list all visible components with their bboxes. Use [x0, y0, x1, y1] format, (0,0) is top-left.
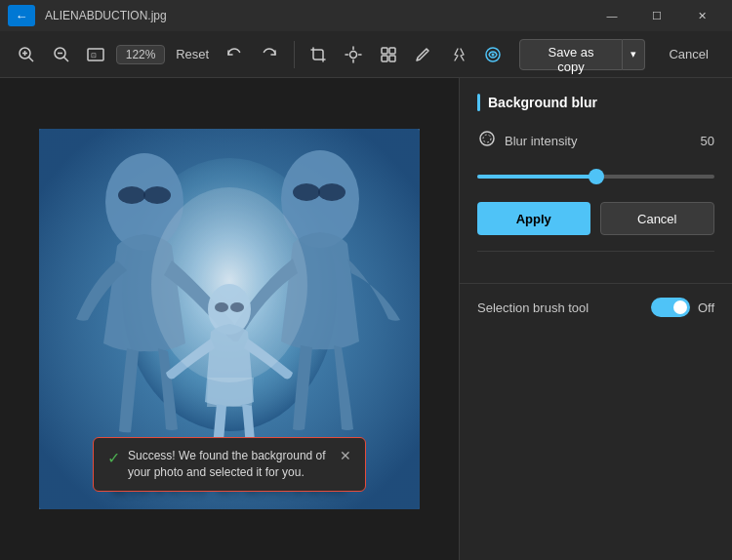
crop-button[interactable] — [305, 40, 334, 69]
brightness-button[interactable] — [339, 40, 368, 69]
toast-close-button[interactable]: ✕ — [340, 448, 351, 463]
svg-point-9 — [350, 51, 357, 58]
svg-point-24 — [118, 186, 145, 204]
undo-button[interactable] — [220, 40, 249, 69]
svg-point-25 — [143, 186, 171, 204]
redo-button[interactable] — [255, 40, 284, 69]
reset-button[interactable]: Reset — [171, 40, 214, 69]
save-dropdown-button[interactable]: ▾ — [623, 39, 645, 70]
selection-brush-toggle[interactable]: Off — [651, 298, 714, 317]
window-title: ALIENABDUCTION.jpg — [45, 9, 590, 22]
right-panel: Background blur Blur intensity 50 — [459, 78, 732, 560]
minimize-button[interactable]: — — [590, 0, 634, 31]
blur-intensity-label: Blur intensity — [505, 134, 683, 148]
toggle-track[interactable] — [651, 298, 690, 317]
slider-thumb[interactable] — [589, 169, 604, 184]
success-icon: ✓ — [107, 449, 120, 467]
svg-line-5 — [63, 57, 68, 61]
filter-button[interactable] — [374, 40, 403, 69]
svg-point-27 — [293, 183, 320, 201]
svg-point-19 — [491, 53, 494, 56]
zoom-level-display: 122% — [116, 45, 165, 64]
svg-text:⊡: ⊡ — [91, 52, 97, 59]
blur-intensity-value: 50 — [691, 134, 714, 148]
back-button[interactable]: ← — [8, 5, 35, 26]
back-icon: ← — [16, 9, 28, 23]
slider-track — [477, 175, 714, 179]
adjust-button[interactable] — [443, 40, 472, 69]
svg-rect-15 — [389, 48, 395, 54]
svg-point-32 — [151, 187, 307, 382]
maximize-button[interactable]: ☐ — [634, 0, 679, 31]
image-container: ElevenForum.com ✓ Success! We found the … — [39, 129, 420, 509]
svg-rect-17 — [389, 56, 395, 61]
cancel-button[interactable]: Cancel — [657, 39, 719, 70]
panel-divider — [477, 251, 714, 252]
main-content: ElevenForum.com ✓ Success! We found the … — [0, 78, 732, 560]
background-blur-section: Background blur Blur intensity 50 — [460, 78, 732, 284]
save-as-copy-button[interactable]: Save as copy — [519, 39, 624, 70]
draw-button[interactable] — [409, 40, 438, 69]
success-toast: ✓ Success! We found the background of yo… — [93, 437, 366, 492]
blur-intensity-icon — [477, 129, 497, 153]
blur-slider[interactable] — [477, 167, 714, 186]
svg-point-33 — [480, 132, 494, 145]
panel-title-accent — [477, 94, 480, 111]
window-controls: — ☐ ✕ — [590, 0, 724, 31]
image-area: ElevenForum.com ✓ Success! We found the … — [0, 78, 459, 560]
panel-cancel-button[interactable]: Cancel — [600, 202, 715, 235]
svg-point-28 — [318, 183, 346, 201]
toggle-thumb — [673, 300, 687, 314]
panel-title-text: Background blur — [488, 95, 597, 110]
svg-line-1 — [28, 57, 33, 61]
svg-rect-14 — [382, 48, 387, 54]
title-bar: ← ALIENABDUCTION.jpg — ☐ ✕ — [0, 0, 732, 31]
panel-title: Background blur — [477, 94, 714, 111]
background-button[interactable] — [478, 40, 508, 69]
close-button[interactable]: ✕ — [679, 0, 724, 31]
blur-intensity-row: Blur intensity 50 — [477, 129, 714, 153]
fit-to-screen-button[interactable]: ⊡ — [81, 40, 110, 69]
apply-button[interactable]: Apply — [477, 202, 590, 235]
svg-point-34 — [483, 135, 491, 142]
save-button-group: Save as copy ▾ — [519, 39, 646, 70]
zoom-out-button[interactable] — [47, 40, 76, 69]
toolbar-separator — [294, 41, 295, 68]
toggle-state-label: Off — [698, 300, 714, 315]
selection-brush-label: Selection brush tool — [477, 300, 651, 315]
toolbar: ⊡ 122% Reset Save as copy ▾ Cancel — [0, 31, 732, 78]
toast-message: Success! We found the background of your… — [128, 448, 332, 481]
zoom-in-button[interactable] — [12, 40, 41, 69]
slider-fill — [477, 175, 596, 179]
selection-brush-row: Selection brush tool Off — [460, 284, 732, 331]
action-buttons: Apply Cancel — [477, 202, 714, 235]
svg-rect-16 — [382, 56, 387, 61]
